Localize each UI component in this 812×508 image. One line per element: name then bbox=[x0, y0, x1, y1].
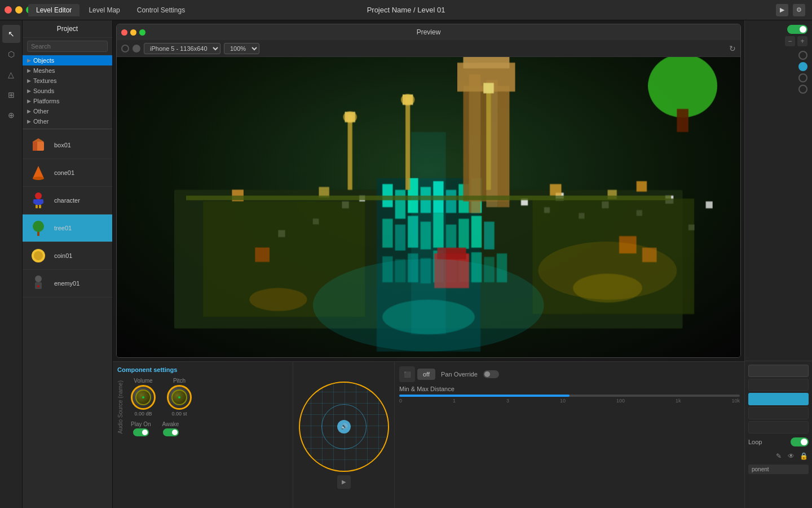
volume-knob[interactable] bbox=[131, 385, 156, 410]
asset-thumb bbox=[27, 244, 50, 267]
awake-toggle[interactable] bbox=[163, 428, 179, 436]
minimize-button[interactable] bbox=[15, 6, 23, 14]
component-button[interactable]: ponent bbox=[748, 465, 809, 474]
tree-item-label: Meshes bbox=[33, 67, 55, 74]
preview-minimize[interactable] bbox=[130, 29, 136, 36]
play-button[interactable]: ▶ bbox=[776, 4, 788, 16]
volume-label: Volume bbox=[134, 378, 152, 384]
asset-thumb bbox=[27, 134, 50, 156]
asset-coin01[interactable]: coin01 bbox=[23, 242, 112, 270]
asset-cone01[interactable]: cone01 bbox=[23, 159, 112, 187]
preview-mode-2[interactable] bbox=[133, 45, 140, 52]
preview-maximize[interactable] bbox=[139, 29, 145, 36]
audio-waveform-btn[interactable]: ⬛ bbox=[399, 366, 415, 382]
svg-text:♥: ♥ bbox=[37, 284, 40, 289]
expand-arrow: ▶ bbox=[27, 88, 31, 94]
asset-tree: ▶ Objects ▶ Meshes ▶ Textures ▶ Sounds ▶… bbox=[23, 55, 112, 508]
label-1: 1 bbox=[453, 398, 456, 404]
loop-toggle[interactable] bbox=[791, 437, 809, 446]
svg-point-95 bbox=[313, 259, 544, 352]
off-button[interactable]: off bbox=[417, 369, 435, 380]
tree-other-2[interactable]: ▶ Other bbox=[23, 116, 112, 126]
tree-textures[interactable]: ▶ Textures bbox=[23, 76, 112, 86]
asset-enemy01[interactable]: ♥ enemy01 bbox=[23, 270, 112, 297]
preview-mode-1[interactable] bbox=[121, 45, 129, 52]
component-settings-panel: Component settings Audio Source (name) V… bbox=[113, 361, 293, 508]
svg-rect-35 bbox=[458, 218, 469, 248]
project-title: Project Name / Level 01 bbox=[367, 6, 445, 14]
device-selector[interactable]: iPhone 5 - 1136x640 bbox=[144, 43, 220, 54]
circle-option-1[interactable] bbox=[798, 51, 807, 60]
svg-rect-11 bbox=[37, 231, 39, 236]
pitch-knob[interactable] bbox=[167, 385, 192, 410]
knobs-area: Volume 0.00 dB Pitch bbox=[131, 378, 192, 436]
tree-item-label: Other bbox=[33, 118, 49, 125]
svg-rect-76 bbox=[677, 109, 688, 132]
comp-settings-title: Component settings bbox=[117, 366, 288, 373]
center-area: Preview iPhone 5 - 1136x640 100% ↻ bbox=[113, 20, 744, 508]
label-0: 0 bbox=[399, 398, 402, 404]
tree-sounds[interactable]: ▶ Sounds bbox=[23, 86, 112, 96]
svg-point-90 bbox=[250, 288, 307, 311]
pitch-value: 0.00 st bbox=[171, 411, 187, 417]
tree-platforms[interactable]: ▶ Platforms bbox=[23, 96, 112, 106]
circle-option-2[interactable] bbox=[798, 62, 807, 71]
play-on-toggle[interactable] bbox=[133, 428, 149, 436]
tree-item-label: Sounds bbox=[33, 87, 54, 94]
eye-icon[interactable]: 👁 bbox=[786, 451, 796, 461]
label-100: 100 bbox=[616, 398, 625, 404]
settings-button[interactable]: ⚙ bbox=[793, 4, 805, 16]
tab-control-settings[interactable]: Control Settings bbox=[129, 4, 193, 16]
refresh-button[interactable]: ↻ bbox=[729, 44, 736, 53]
lock-icon[interactable]: 🔒 bbox=[798, 451, 809, 461]
right-input-1[interactable] bbox=[748, 365, 809, 377]
tree-meshes[interactable]: ▶ Meshes bbox=[23, 65, 112, 76]
edit-icon[interactable]: ✎ bbox=[774, 451, 784, 461]
minus-button[interactable]: − bbox=[785, 36, 795, 46]
close-button[interactable] bbox=[5, 6, 12, 14]
zoom-selector[interactable]: 100% bbox=[224, 43, 259, 54]
asset-thumb bbox=[27, 189, 50, 212]
svg-rect-10 bbox=[39, 205, 41, 208]
triangle-tool[interactable]: △ bbox=[2, 65, 20, 84]
titlebar: Level Editor Level Map Control Settings … bbox=[0, 0, 812, 20]
shape-tool[interactable]: ⬡ bbox=[2, 45, 20, 63]
component-btn-area: ponent bbox=[748, 465, 809, 474]
pan-override-toggle[interactable] bbox=[483, 370, 499, 378]
svg-rect-7 bbox=[33, 199, 36, 204]
right-main-toggle[interactable] bbox=[787, 25, 807, 34]
expand-arrow: ▶ bbox=[27, 68, 31, 73]
grid-tool[interactable]: ⊞ bbox=[2, 86, 20, 104]
svg-rect-36 bbox=[471, 216, 482, 247]
asset-character[interactable]: character bbox=[23, 187, 112, 214]
asset-label: cone01 bbox=[54, 169, 74, 176]
svg-marker-3 bbox=[33, 166, 44, 178]
tab-level-editor[interactable]: Level Editor bbox=[28, 4, 80, 16]
tree-other-1[interactable]: ▶ Other bbox=[23, 106, 112, 116]
voxel-scene-svg bbox=[117, 57, 740, 357]
preview-toolbar: iPhone 5 - 1136x640 100% ↻ bbox=[117, 40, 740, 57]
svg-rect-65 bbox=[550, 184, 561, 195]
volume-group: Volume 0.00 dB bbox=[131, 378, 156, 417]
asset-label: tree01 bbox=[54, 225, 72, 231]
asset-box01[interactable]: box01 bbox=[23, 132, 112, 159]
sphere-play-button[interactable]: ▶ bbox=[337, 475, 351, 489]
preview-close[interactable] bbox=[121, 29, 127, 36]
plus-button[interactable]: + bbox=[797, 36, 807, 46]
sphere-center-icon: 🔊 bbox=[337, 420, 351, 433]
circle-option-4[interactable] bbox=[798, 85, 807, 94]
asset-tree01[interactable]: tree01 bbox=[23, 214, 112, 242]
svg-rect-9 bbox=[36, 205, 38, 208]
project-sidebar: Project ▶ Objects ▶ Meshes ▶ Textures ▶ … bbox=[23, 20, 113, 508]
tree-objects[interactable]: ▶ Objects bbox=[23, 55, 112, 65]
tree-divider bbox=[23, 129, 112, 129]
sphere-visualization: 🔊 ▶ bbox=[293, 361, 395, 508]
tab-level-map[interactable]: Level Map bbox=[81, 4, 127, 16]
asset-label: box01 bbox=[54, 142, 71, 148]
cursor-tool[interactable]: ↖ bbox=[2, 25, 20, 43]
search-input[interactable] bbox=[27, 41, 108, 52]
svg-rect-67 bbox=[637, 181, 647, 191]
circle-option-3[interactable] bbox=[798, 73, 807, 82]
awake-label: Awake bbox=[162, 421, 179, 427]
globe-tool[interactable]: ⊕ bbox=[2, 106, 20, 124]
